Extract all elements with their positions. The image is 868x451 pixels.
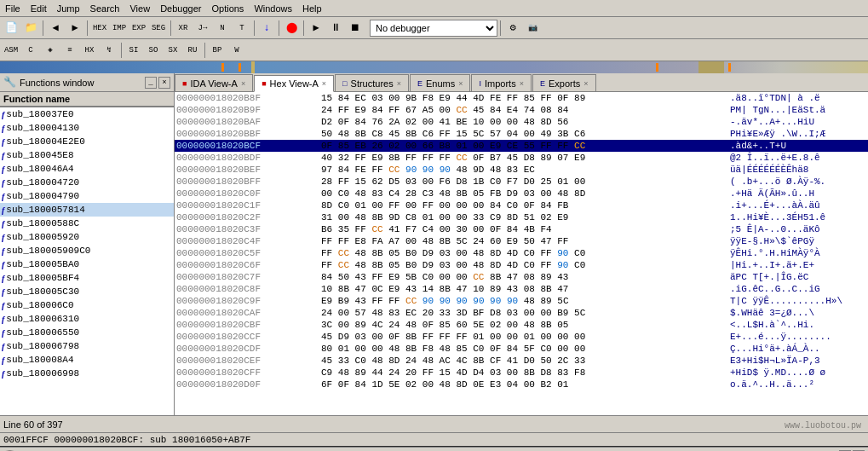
decompile-button[interactable]: ↯ [100,41,118,60]
hex-row[interactable]: 000000018020C2F31 00 48 8B 9D C8 01 00 0… [175,211,868,223]
ida-view-close[interactable]: × [241,79,245,88]
hex-row[interactable]: 000000018020C3FB6 35 FF CC 41 F7 C4 00 3… [175,223,868,235]
pause-button[interactable]: ⏸ [326,19,345,38]
function-list-item[interactable]: fsub_180005BA0 [0,257,174,271]
hex-row[interactable]: 000000018020CDF80 01 00 00 48 8B F8 48 8… [175,343,868,355]
enums-close[interactable]: × [458,79,463,88]
menu-view[interactable]: View [124,2,155,15]
run-button[interactable]: ▶ [307,19,325,38]
function-list-item[interactable]: fsub_1800057814 [0,203,174,217]
menu-jump[interactable]: Jump [52,2,85,15]
function-list-item[interactable]: fsub_180005920 [0,230,174,244]
hex-row[interactable]: 000000018020BFF28 FF 15 62 D5 03 00 F6 D… [175,176,868,188]
step-over-button[interactable]: SO [144,41,163,60]
back-button[interactable]: ◀ [46,19,65,38]
menu-windows[interactable]: Windows [249,2,297,15]
menu-debugger[interactable]: Debugger [155,2,206,15]
function-list-item[interactable]: fsub_180006C0 [0,298,174,312]
hex-row[interactable]: 000000018020D0F6F 0F 84 1D 5E 02 00 48 8… [175,379,868,390]
hex-row[interactable]: 000000018020CAF24 00 57 48 83 EC 20 33 3… [175,307,868,319]
hex-row[interactable]: 000000018020BBF50 48 8B C8 45 8B C6 FF 1… [175,128,868,140]
step-out-button[interactable]: SX [164,41,182,60]
c-button[interactable]: C [21,41,40,60]
segment-button[interactable]: SEG [149,19,168,38]
functions-close-button[interactable]: × [158,77,170,89]
hex-row[interactable]: 000000018020CCF45 D9 03 00 0F 8B FF FF F… [175,331,868,343]
hex-view-button[interactable]: HEX [90,19,109,38]
hex-row[interactable]: 000000018020C0F00 C0 48 83 C4 28 C3 48 8… [175,188,868,199]
function-list-item[interactable]: fsub_180006798 [0,339,174,353]
run-until-button[interactable]: RU [183,41,202,60]
graph-button[interactable]: ◈ [41,41,60,60]
watch-button[interactable]: W [227,41,246,60]
hex-row[interactable]: 000000018020C9FE9 B9 43 FF FF CC 90 90 9… [175,295,868,307]
function-list-item[interactable]: fsub_180037E0 [0,107,174,121]
function-list-item[interactable]: fsub_180006550 [0,326,174,339]
hex-row[interactable]: 000000018020CFFC9 48 89 44 24 20 FF 15 4… [175,367,868,379]
list-button[interactable]: ≡ [60,41,79,60]
name-button[interactable]: N [213,19,232,38]
menu-file[interactable]: File [0,2,26,15]
hex-row[interactable]: 000000018020C7F84 50 43 FF E9 5B C0 00 0… [175,271,868,283]
function-list-item[interactable]: fsub_180046A4 [0,162,174,176]
function-list-item[interactable]: fsub_180004790 [0,189,174,203]
function-list-item[interactable]: fsub_180004E2E0 [0,135,174,148]
function-list-item[interactable]: fsub_180005BF4 [0,271,174,285]
tab-imports[interactable]: I Imports × [471,74,531,91]
new-file-button[interactable]: 📄 [2,19,20,38]
function-list-item[interactable]: fsub_180008A4 [0,353,174,367]
hex-row[interactable]: 000000018020CEF45 33 C0 48 8D 24 48 AC 4… [175,355,868,367]
import-button[interactable]: IMP [110,19,129,38]
tab-ida-view[interactable]: ■ IDA View-A × [175,74,253,91]
function-list-item[interactable]: fsub_180004130 [0,121,174,135]
function-list-item[interactable]: fsub_180005C30 [0,285,174,298]
menu-options[interactable]: Options [206,2,249,15]
hex-row[interactable]: 000000018020B8F15 84 EC 03 00 9B F8 E9 4… [175,92,868,104]
snap-button[interactable]: 📷 [523,19,542,38]
stop-button[interactable]: ⬤ [282,19,301,38]
hex-row[interactable]: 000000018020C1F8D C0 01 00 FF 00 FF 00 0… [175,199,868,211]
functions-minimize-button[interactable]: _ [145,77,157,89]
hex-row[interactable]: 000000018020CBF3C 00 89 4C 24 48 0F 85 6… [175,319,868,331]
asm-button[interactable]: ASM [2,41,20,60]
bp-button[interactable]: BP [208,41,227,60]
function-list-item[interactable]: fsub_180006998 [0,367,174,380]
menu-help[interactable]: Help [297,2,327,15]
imports-close[interactable]: × [520,79,524,88]
hex2-button[interactable]: HX [80,41,99,60]
function-list-item[interactable]: fsub_180005909C0 [0,244,174,257]
hex-view-close[interactable]: × [322,79,326,88]
hex-row[interactable]: 000000018020C4FFF FF E8 FA A7 00 48 8B 5… [175,235,868,247]
hex-row[interactable]: 000000018020BEF97 84 FE FF CC 90 90 90 4… [175,164,868,176]
jump-button[interactable]: J→ [193,19,212,38]
hex-row[interactable]: 000000018020BCF0F 85 EB 26 02 00 66 B8 0… [175,140,868,152]
hex-row[interactable]: 000000018020C5FFF CC 48 8B 05 B0 D9 03 0… [175,247,868,259]
down-arrow-button[interactable]: ↓ [257,19,276,38]
tab-exports[interactable]: E Exports × [532,74,596,91]
function-list-item[interactable]: fsub_18000588C [0,217,174,230]
hex-row[interactable]: 000000018020BAFD2 0F 84 76 2A 02 00 41 B… [175,116,868,128]
tab-enums[interactable]: E Enums × [410,74,471,91]
hex-view-content[interactable]: 000000018020B8F15 84 EC 03 00 9B F8 E9 4… [175,92,868,415]
stop2-button[interactable]: ⏹ [346,19,365,38]
menu-search[interactable]: Search [85,2,125,15]
step-into-button[interactable]: SI [124,41,143,60]
hex-row[interactable]: 000000018020B9F24 FF E9 84 FF 67 A5 00 C… [175,104,868,116]
hex-row[interactable]: 000000018020C8F10 8B 47 0C E9 43 14 8B 4… [175,283,868,295]
settings-button[interactable]: ⚙ [503,19,522,38]
open-file-button[interactable]: 📁 [21,19,40,38]
export-button[interactable]: EXP [129,19,148,38]
hex-row[interactable]: 000000018020C6FFF CC 48 8B 05 B0 D9 03 0… [175,259,868,271]
tab-structures[interactable]: □ Structures × [335,74,409,91]
tab-hex-view[interactable]: ■ Hex View-A × [254,75,334,92]
forward-button[interactable]: ▶ [66,19,84,38]
debugger-select[interactable]: No debugger Local Windows debugger [370,20,497,37]
hex-row[interactable]: 000000018020BDF40 32 FF E9 8B FF FF FF C… [175,152,868,164]
structures-close[interactable]: × [397,79,401,88]
menu-edit[interactable]: Edit [26,2,52,15]
exports-close[interactable]: × [583,79,588,88]
functions-list[interactable]: fsub_180037E0fsub_180004130fsub_180004E2… [0,107,174,415]
xref-button[interactable]: XR [174,19,193,38]
function-list-item[interactable]: fsub_180004720 [0,176,174,189]
function-list-item[interactable]: fsub_180045E8 [0,148,174,162]
